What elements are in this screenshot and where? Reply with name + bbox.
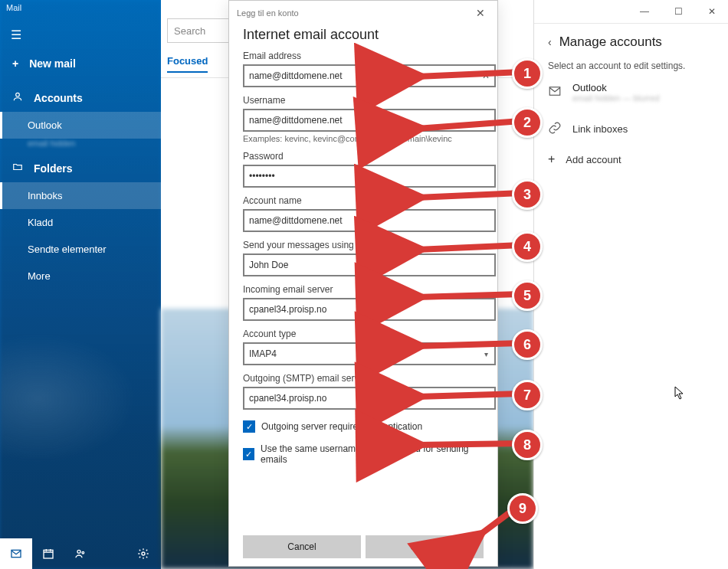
annotation-number: 7 xyxy=(512,380,543,410)
svg-line-8 xyxy=(417,121,521,129)
annotation-6: 6 xyxy=(512,329,543,360)
annotation-number: 1 xyxy=(512,58,543,89)
annotation-9: 9 xyxy=(507,493,538,524)
mouse-cursor-icon xyxy=(674,386,685,402)
annotation-number: 6 xyxy=(512,329,543,360)
svg-line-11 xyxy=(417,294,521,297)
svg-line-12 xyxy=(417,343,521,346)
viewport: Mail ☰ + New mail Accounts Outlook email… xyxy=(0,0,728,569)
annotation-arrows xyxy=(0,0,728,569)
annotation-2: 2 xyxy=(512,107,543,138)
annotation-number: 4 xyxy=(512,231,543,262)
annotation-number: 3 xyxy=(512,179,543,210)
annotation-1: 1 xyxy=(512,58,543,89)
annotation-5: 5 xyxy=(512,280,543,311)
svg-line-14 xyxy=(417,443,521,445)
annotation-number: 9 xyxy=(507,493,538,524)
annotation-number: 5 xyxy=(512,280,543,311)
annotation-7: 7 xyxy=(512,380,543,410)
svg-line-9 xyxy=(417,193,521,198)
annotation-8: 8 xyxy=(512,430,543,460)
annotation-number: 2 xyxy=(512,107,543,138)
svg-line-10 xyxy=(417,245,521,250)
annotation-4: 4 xyxy=(512,231,543,262)
svg-line-13 xyxy=(417,394,521,397)
annotation-number: 8 xyxy=(512,430,543,460)
svg-line-7 xyxy=(417,72,521,77)
annotation-3: 3 xyxy=(512,179,543,210)
